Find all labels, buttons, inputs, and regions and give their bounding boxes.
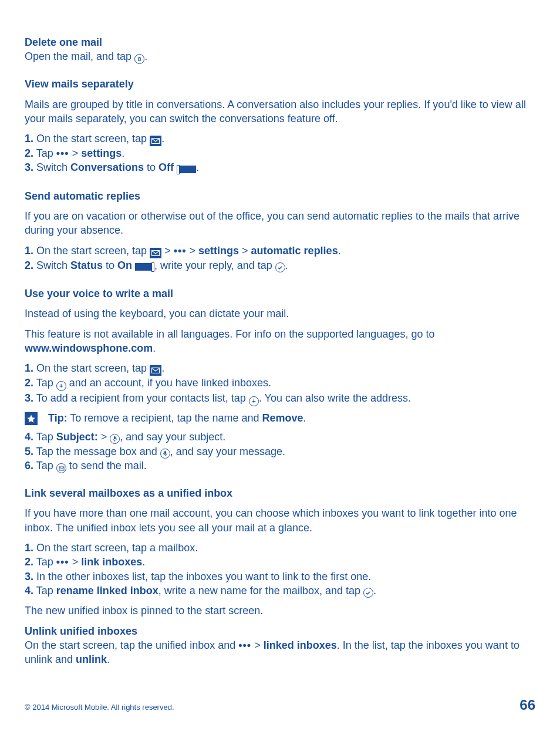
page-number: 66	[519, 696, 535, 715]
text: . You can also write the address.	[259, 392, 411, 404]
text: .	[107, 653, 110, 665]
mail-tile-icon	[150, 136, 161, 146]
text: >	[251, 639, 264, 651]
tip-label: Tip:	[48, 412, 68, 424]
bold-text: automatic replies	[251, 245, 338, 257]
bold-text: link inboxes	[81, 556, 142, 568]
text: Tap	[33, 147, 56, 159]
bold-text: linked inboxes	[264, 639, 337, 651]
star-tip-icon	[25, 412, 38, 425]
text: .	[144, 50, 147, 62]
text: >	[98, 431, 110, 443]
toggle-off-icon	[177, 161, 196, 176]
text: Open the mail, and tap	[25, 50, 134, 62]
step-number: 6.	[25, 460, 33, 471]
heading-send-automatic-replies: Send automatic replies	[25, 189, 535, 203]
list-item: 6. Tap to send the mail.	[25, 459, 535, 473]
more-dots-icon: •••	[56, 556, 69, 568]
text: >	[161, 245, 174, 257]
bold-text: On	[117, 260, 132, 271]
bold-text: Remove	[262, 412, 303, 424]
bold-text: Subject:	[56, 431, 98, 443]
heading-link-mailboxes: Link several mailboxes as a unified inbo…	[25, 486, 535, 500]
body-text: The new unified inbox is pinned to the s…	[25, 604, 535, 618]
text: Tap	[33, 556, 56, 568]
check-circle-icon	[363, 588, 373, 598]
list-item: 1. On the start screen, tap a mailbox.	[25, 541, 535, 555]
list-item: 2. Tap ••• > settings.	[25, 146, 535, 160]
text: >	[239, 245, 251, 257]
text: >	[69, 556, 82, 568]
list-item: 3. To add a recipient from your contacts…	[25, 391, 535, 406]
list-item: 2. Tap ••• > link inboxes.	[25, 555, 535, 569]
text: .	[338, 245, 341, 257]
bold-text: Status	[70, 260, 103, 271]
text: Tap	[33, 585, 56, 597]
copyright-text: © 2014 Microsoft Mobile. All rights rese…	[25, 702, 174, 713]
text: This feature is not available in all lan…	[25, 328, 434, 340]
body-text: Mails are grouped by title in conversati…	[25, 97, 535, 126]
text: .	[161, 362, 164, 374]
section-unlink-inboxes: Unlink unified inboxes On the start scre…	[25, 624, 535, 667]
bold-text: settings	[198, 245, 239, 257]
text: to	[144, 161, 158, 173]
text: On the start screen, tap	[33, 133, 150, 144]
text: Tap the message box and	[33, 446, 160, 457]
step-number: 1.	[25, 362, 33, 374]
text: >	[69, 147, 82, 159]
text: Tap	[33, 460, 56, 471]
more-dots-icon: •••	[56, 147, 69, 159]
link-windowsphone[interactable]: www.windowsphone.com	[25, 342, 153, 354]
text: .	[285, 260, 288, 271]
plus-circle-icon: +	[56, 381, 66, 391]
step-number: 1.	[25, 542, 33, 554]
step-number: 2.	[25, 377, 33, 389]
heading-view-mails-separately: View mails separately	[25, 77, 535, 91]
svg-rect-4	[164, 451, 166, 454]
body-text: On the start screen, tap the unified inb…	[25, 638, 535, 667]
text: On the start screen, tap a mailbox.	[33, 542, 198, 554]
step-number: 4.	[25, 431, 33, 443]
section-link-mailboxes: Link several mailboxes as a unified inbo…	[25, 486, 535, 618]
step-number: 3.	[25, 392, 33, 404]
text: >	[187, 245, 199, 257]
svg-rect-3	[114, 436, 116, 439]
text: .	[303, 412, 306, 424]
list-item: 2. Switch Status to On , write your repl…	[25, 258, 535, 274]
list-item: 3. Switch Conversations to Off .	[25, 160, 535, 176]
body-text: Instead of using the keyboard, you can d…	[25, 306, 535, 321]
bold-text: unlink	[76, 653, 107, 665]
page-footer: © 2014 Microsoft Mobile. All rights rese…	[25, 696, 535, 715]
mail-tile-icon	[150, 248, 161, 258]
step-number: 1.	[25, 133, 33, 144]
section-delete-one-mail: Delete one mail Open the mail, and tap .	[25, 35, 535, 64]
text: , and say your subject.	[120, 431, 225, 443]
step-number: 3.	[25, 571, 33, 582]
text: .	[196, 161, 199, 173]
text: Switch	[33, 260, 70, 271]
step-number: 2.	[25, 556, 33, 568]
bold-text: Conversations	[70, 161, 144, 173]
tip-text: Tip: To remove a recipient, tap the name…	[48, 411, 306, 425]
list-item: 1. On the start screen, tap > ••• > sett…	[25, 244, 535, 258]
text: .	[153, 342, 156, 354]
list-item: 2. Tap + and an account, if you have lin…	[25, 376, 535, 391]
mail-tile-icon	[150, 365, 161, 376]
toggle-on-icon	[135, 260, 154, 274]
body-text: If you are on vacation or otherwise out …	[25, 209, 535, 238]
section-send-automatic-replies: Send automatic replies If you are on vac…	[25, 189, 535, 274]
text: .	[373, 585, 376, 597]
heading-use-voice: Use your voice to write a mail	[25, 287, 535, 301]
text: Switch	[33, 161, 70, 173]
text: To remove a recipient, tap the name and	[68, 412, 262, 424]
bold-text: rename linked inbox	[56, 585, 158, 597]
text: Tap	[33, 431, 56, 443]
text: to send the mail.	[66, 460, 147, 471]
text: .	[122, 147, 124, 159]
text: , and say your message.	[170, 446, 285, 457]
tip-callout: Tip: To remove a recipient, tap the name…	[25, 411, 535, 425]
step-list: 1. On the start screen, tap . 2. Tap •••…	[25, 132, 535, 176]
text: On the start screen, tap the unified inb…	[25, 639, 238, 651]
mic-circle-icon	[160, 449, 170, 459]
step-number: 1.	[25, 245, 33, 257]
